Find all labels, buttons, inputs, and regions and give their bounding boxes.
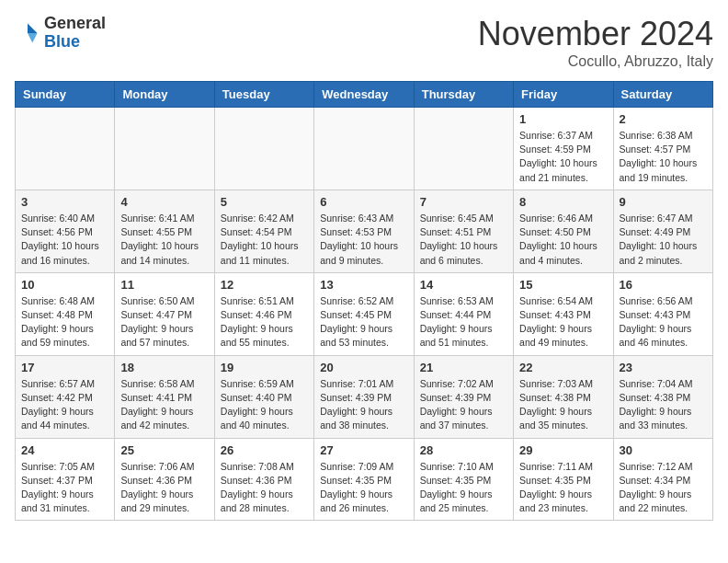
calendar-week-row: 17Sunrise: 6:57 AM Sunset: 4:42 PM Dayli… [16, 355, 713, 438]
calendar-cell [314, 108, 414, 190]
day-number: 22 [519, 361, 607, 374]
day-number: 16 [620, 278, 707, 292]
day-number: 19 [221, 361, 308, 374]
day-number: 5 [221, 195, 308, 209]
calendar-header-friday: Friday [514, 82, 613, 108]
day-number: 10 [21, 278, 108, 292]
calendar-header-monday: Monday [115, 82, 214, 108]
day-number: 30 [620, 443, 707, 457]
day-number: 25 [120, 443, 208, 457]
day-info: Sunrise: 7:01 AM Sunset: 4:39 PM Dayligh… [320, 377, 407, 433]
calendar-week-row: 10Sunrise: 6:48 AM Sunset: 4:48 PM Dayli… [16, 272, 713, 355]
svg-marker-1 [28, 33, 38, 43]
logo-text: General Blue [44, 15, 106, 52]
day-number: 4 [120, 195, 208, 209]
calendar-cell: 23Sunrise: 7:04 AM Sunset: 4:38 PM Dayli… [613, 355, 712, 438]
day-number: 20 [320, 361, 407, 374]
day-info: Sunrise: 6:50 AM Sunset: 4:47 PM Dayligh… [120, 294, 208, 350]
calendar-cell [115, 108, 214, 190]
calendar-cell: 20Sunrise: 7:01 AM Sunset: 4:39 PM Dayli… [314, 355, 414, 438]
day-info: Sunrise: 6:41 AM Sunset: 4:55 PM Dayligh… [120, 212, 208, 268]
calendar-cell: 9Sunrise: 6:47 AM Sunset: 4:49 PM Daylig… [613, 190, 712, 272]
calendar-cell: 19Sunrise: 6:59 AM Sunset: 4:40 PM Dayli… [214, 355, 313, 438]
calendar-header-sunday: Sunday [16, 82, 115, 108]
calendar-week-row: 24Sunrise: 7:05 AM Sunset: 4:37 PM Dayli… [16, 438, 713, 521]
day-info: Sunrise: 6:58 AM Sunset: 4:41 PM Dayligh… [120, 377, 208, 433]
day-info: Sunrise: 6:56 AM Sunset: 4:43 PM Dayligh… [620, 294, 707, 350]
day-number: 6 [320, 195, 407, 209]
day-info: Sunrise: 7:09 AM Sunset: 4:35 PM Dayligh… [320, 460, 407, 516]
day-number: 3 [21, 195, 108, 209]
day-number: 28 [420, 443, 507, 457]
day-info: Sunrise: 7:02 AM Sunset: 4:39 PM Dayligh… [420, 377, 507, 433]
calendar-week-row: 1Sunrise: 6:37 AM Sunset: 4:59 PM Daylig… [16, 108, 713, 190]
calendar-cell: 4Sunrise: 6:41 AM Sunset: 4:55 PM Daylig… [115, 190, 214, 272]
day-info: Sunrise: 7:12 AM Sunset: 4:34 PM Dayligh… [620, 460, 707, 516]
svg-marker-0 [28, 23, 38, 33]
calendar-cell: 12Sunrise: 6:51 AM Sunset: 4:46 PM Dayli… [214, 272, 313, 355]
calendar-cell: 17Sunrise: 6:57 AM Sunset: 4:42 PM Dayli… [16, 355, 115, 438]
calendar-cell: 29Sunrise: 7:11 AM Sunset: 4:35 PM Dayli… [514, 438, 613, 521]
calendar-cell: 1Sunrise: 6:37 AM Sunset: 4:59 PM Daylig… [514, 108, 613, 190]
calendar-cell: 25Sunrise: 7:06 AM Sunset: 4:36 PM Dayli… [115, 438, 214, 521]
day-info: Sunrise: 6:43 AM Sunset: 4:53 PM Dayligh… [320, 212, 407, 268]
day-info: Sunrise: 6:53 AM Sunset: 4:44 PM Dayligh… [420, 294, 507, 350]
day-number: 7 [420, 195, 507, 209]
day-number: 8 [519, 195, 607, 209]
day-number: 9 [620, 195, 707, 209]
calendar-cell: 5Sunrise: 6:42 AM Sunset: 4:54 PM Daylig… [214, 190, 313, 272]
calendar-cell: 18Sunrise: 6:58 AM Sunset: 4:41 PM Dayli… [115, 355, 214, 438]
day-info: Sunrise: 6:46 AM Sunset: 4:50 PM Dayligh… [519, 212, 607, 268]
day-number: 11 [120, 278, 208, 292]
day-number: 12 [221, 278, 308, 292]
calendar-header-wednesday: Wednesday [314, 82, 414, 108]
calendar-cell: 14Sunrise: 6:53 AM Sunset: 4:44 PM Dayli… [414, 272, 513, 355]
day-number: 27 [320, 443, 407, 457]
calendar-cell: 10Sunrise: 6:48 AM Sunset: 4:48 PM Dayli… [16, 272, 115, 355]
calendar-cell [16, 108, 115, 190]
calendar-cell: 22Sunrise: 7:03 AM Sunset: 4:38 PM Dayli… [514, 355, 613, 438]
calendar-cell: 26Sunrise: 7:08 AM Sunset: 4:36 PM Dayli… [214, 438, 313, 521]
day-info: Sunrise: 7:03 AM Sunset: 4:38 PM Dayligh… [519, 377, 607, 433]
day-number: 15 [519, 278, 607, 292]
day-info: Sunrise: 7:06 AM Sunset: 4:36 PM Dayligh… [120, 460, 208, 516]
day-number: 24 [21, 443, 108, 457]
logo-icon [15, 20, 40, 46]
day-info: Sunrise: 6:40 AM Sunset: 4:56 PM Dayligh… [21, 212, 108, 268]
calendar-cell: 24Sunrise: 7:05 AM Sunset: 4:37 PM Dayli… [16, 438, 115, 521]
calendar-cell: 6Sunrise: 6:43 AM Sunset: 4:53 PM Daylig… [314, 190, 414, 272]
calendar-cell: 8Sunrise: 6:46 AM Sunset: 4:50 PM Daylig… [514, 190, 613, 272]
day-info: Sunrise: 6:37 AM Sunset: 4:59 PM Dayligh… [519, 129, 607, 185]
location: Cocullo, Abruzzo, Italy [478, 53, 713, 70]
day-number: 1 [519, 112, 607, 126]
calendar-cell [214, 108, 313, 190]
day-number: 17 [21, 361, 108, 374]
day-info: Sunrise: 7:04 AM Sunset: 4:38 PM Dayligh… [620, 377, 707, 433]
day-number: 29 [519, 443, 607, 457]
month-title: November 2024 [478, 15, 713, 53]
calendar-header-thursday: Thursday [414, 82, 513, 108]
calendar-cell: 30Sunrise: 7:12 AM Sunset: 4:34 PM Dayli… [613, 438, 712, 521]
calendar-cell: 13Sunrise: 6:52 AM Sunset: 4:45 PM Dayli… [314, 272, 414, 355]
calendar-table: SundayMondayTuesdayWednesdayThursdayFrid… [15, 81, 713, 521]
logo: General Blue [15, 15, 106, 52]
calendar-cell: 16Sunrise: 6:56 AM Sunset: 4:43 PM Dayli… [613, 272, 712, 355]
day-info: Sunrise: 7:08 AM Sunset: 4:36 PM Dayligh… [221, 460, 308, 516]
calendar-cell: 27Sunrise: 7:09 AM Sunset: 4:35 PM Dayli… [314, 438, 414, 521]
calendar-cell: 3Sunrise: 6:40 AM Sunset: 4:56 PM Daylig… [16, 190, 115, 272]
calendar-cell: 7Sunrise: 6:45 AM Sunset: 4:51 PM Daylig… [414, 190, 513, 272]
day-info: Sunrise: 6:45 AM Sunset: 4:51 PM Dayligh… [420, 212, 507, 268]
logo-blue: Blue [44, 32, 80, 51]
calendar-week-row: 3Sunrise: 6:40 AM Sunset: 4:56 PM Daylig… [16, 190, 713, 272]
day-info: Sunrise: 6:59 AM Sunset: 4:40 PM Dayligh… [221, 377, 308, 433]
page-header: General Blue November 2024 Cocullo, Abru… [15, 15, 713, 70]
day-info: Sunrise: 7:05 AM Sunset: 4:37 PM Dayligh… [21, 460, 108, 516]
day-info: Sunrise: 6:52 AM Sunset: 4:45 PM Dayligh… [320, 294, 407, 350]
calendar-cell: 11Sunrise: 6:50 AM Sunset: 4:47 PM Dayli… [115, 272, 214, 355]
day-info: Sunrise: 7:11 AM Sunset: 4:35 PM Dayligh… [519, 460, 607, 516]
day-info: Sunrise: 6:38 AM Sunset: 4:57 PM Dayligh… [620, 129, 707, 185]
day-info: Sunrise: 6:47 AM Sunset: 4:49 PM Dayligh… [620, 212, 707, 268]
day-info: Sunrise: 6:48 AM Sunset: 4:48 PM Dayligh… [21, 294, 108, 350]
day-info: Sunrise: 6:51 AM Sunset: 4:46 PM Dayligh… [221, 294, 308, 350]
day-number: 13 [320, 278, 407, 292]
